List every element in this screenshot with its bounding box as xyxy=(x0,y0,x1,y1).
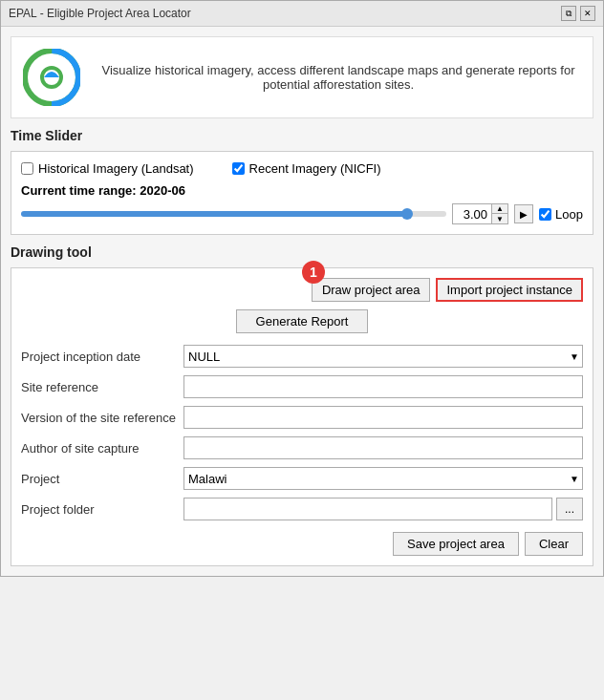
spin-box: 3.00 ▲ ▼ xyxy=(452,203,508,224)
clear-button[interactable]: Clear xyxy=(525,532,583,556)
project-wrapper: Malawi Kenya Uganda ▼ xyxy=(183,467,583,490)
app-description: Visualize historical imagery, access dif… xyxy=(96,63,581,92)
recent-imagery-checkbox[interactable] xyxy=(232,162,245,175)
time-slider-section: Time Slider Historical Imagery (Landsat)… xyxy=(11,128,593,235)
current-range-display: Current time range: 2020-06 xyxy=(21,183,583,198)
project-label: Project xyxy=(21,472,183,486)
time-slider-input[interactable] xyxy=(21,211,446,217)
app-logo xyxy=(23,49,80,106)
drawing-tool-box: 1 Draw project area Import project insta… xyxy=(11,267,593,566)
drawing-tool-header: 1 Draw project area Import project insta… xyxy=(21,278,583,302)
current-range-value: 2020-06 xyxy=(140,183,185,198)
slider-row: 3.00 ▲ ▼ ▶ Loop xyxy=(21,203,583,224)
import-instance-button[interactable]: Import project instance xyxy=(436,278,583,302)
generate-report-button[interactable]: Generate Report xyxy=(236,309,369,333)
app-header: Visualize historical imagery, access dif… xyxy=(11,36,593,118)
imagery-options-row: Historical Imagery (Landsat) Recent Imag… xyxy=(21,161,583,176)
author-input[interactable] xyxy=(183,436,583,459)
time-slider-box: Historical Imagery (Landsat) Recent Imag… xyxy=(11,151,593,235)
author-label: Author of site capture xyxy=(21,441,183,456)
folder-browse-button[interactable]: ... xyxy=(556,498,583,520)
historical-imagery-label[interactable]: Historical Imagery (Landsat) xyxy=(21,161,194,176)
generate-report-row: Generate Report xyxy=(21,309,583,333)
play-button[interactable]: ▶ xyxy=(514,204,533,223)
save-project-button[interactable]: Save project area xyxy=(393,532,519,556)
site-ref-input[interactable] xyxy=(183,375,583,398)
window-controls: ⧉ ✕ xyxy=(561,6,595,21)
time-slider-title: Time Slider xyxy=(11,128,593,143)
main-window: EPAL - Eligible Project Area Locator ⧉ ✕… xyxy=(0,0,604,577)
title-bar: EPAL - Eligible Project Area Locator ⧉ ✕ xyxy=(1,1,603,27)
folder-label: Project folder xyxy=(21,502,183,517)
version-label: Version of the site reference xyxy=(21,411,183,425)
loop-checkbox[interactable] xyxy=(539,208,551,221)
draw-area-button[interactable]: Draw project area xyxy=(312,278,431,302)
spin-value: 3.00 xyxy=(453,205,491,223)
drawing-tool-section: Drawing tool 1 Draw project area Import … xyxy=(11,244,593,566)
inception-date-select[interactable]: NULL xyxy=(183,345,583,368)
site-ref-label: Site reference xyxy=(21,380,183,394)
folder-row: ... xyxy=(183,498,583,520)
close-button[interactable]: ✕ xyxy=(580,6,595,21)
step-badge: 1 xyxy=(302,261,325,284)
spin-up-arrow[interactable]: ▲ xyxy=(492,204,507,214)
recent-imagery-label[interactable]: Recent Imagery (NICFI) xyxy=(232,161,381,176)
restore-button[interactable]: ⧉ xyxy=(561,6,576,21)
folder-input[interactable] xyxy=(183,498,552,520)
project-select[interactable]: Malawi Kenya Uganda xyxy=(183,467,583,490)
project-form: Project inception date NULL ▼ Site refer… xyxy=(21,345,583,520)
spin-down-arrow[interactable]: ▼ xyxy=(492,214,507,223)
form-actions: Save project area Clear xyxy=(21,532,583,556)
spin-arrows: ▲ ▼ xyxy=(491,204,507,223)
inception-date-label: Project inception date xyxy=(21,350,183,364)
version-input[interactable] xyxy=(183,406,583,429)
drawing-tool-title: Drawing tool xyxy=(11,244,593,260)
loop-label[interactable]: Loop xyxy=(539,207,583,222)
window-title: EPAL - Eligible Project Area Locator xyxy=(9,7,191,20)
inception-date-wrapper: NULL ▼ xyxy=(183,345,583,368)
historical-imagery-checkbox[interactable] xyxy=(21,162,33,175)
